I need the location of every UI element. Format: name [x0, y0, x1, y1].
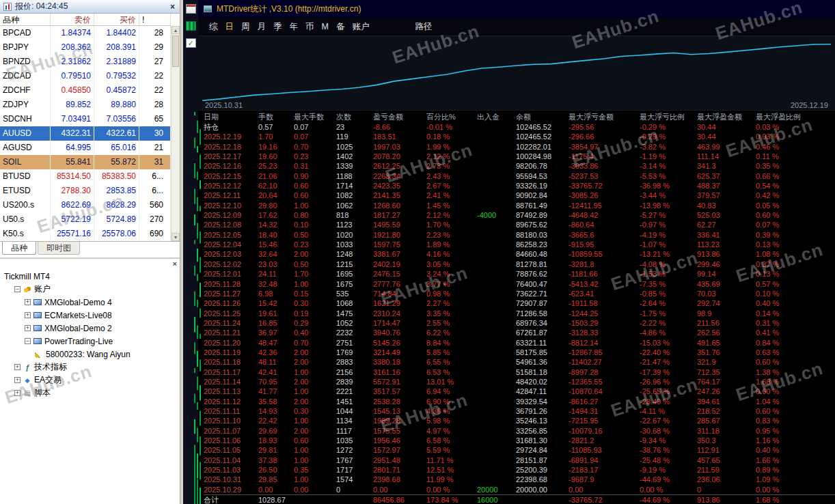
menu-item-zong[interactable]: 综 — [209, 21, 218, 33]
stats-row[interactable]: 2025.11.1114.930.3010441545.134.36 %3679… — [204, 406, 835, 416]
market-watch-row[interactable]: BPNZD2.318622.3188927 — [0, 55, 171, 69]
navigator-item[interactable]: −账户 — [0, 283, 180, 296]
stats-column-header[interactable]: 最大浮盈金额 — [697, 112, 756, 122]
stats-row[interactable]: 2025.11.1848.112.0028833380.186.55 %5496… — [204, 357, 835, 367]
expand-plus-icon[interactable]: + — [14, 364, 20, 370]
stats-column-header[interactable]: 日期 — [204, 112, 258, 122]
stats-row[interactable]: 2025.12.0415.460.2310331597.751.89 %8625… — [204, 240, 835, 249]
stats-column-header[interactable]: 百分比% — [426, 112, 477, 122]
market-watch-column-header[interactable]: ! — [139, 14, 171, 25]
market-watch-scrollbar[interactable]: ▲ ▼ — [171, 26, 180, 241]
stats-row[interactable]: 合计1028.6786456.86173.84 %16000-33765.72-… — [204, 494, 835, 504]
scrollbar-thumb[interactable] — [172, 36, 179, 67]
chart-icon[interactable] — [186, 21, 196, 31]
stats-row[interactable]: 2025.11.1235.582.0014512538.286.90 %3932… — [204, 397, 835, 406]
market-watch-column-header[interactable]: 品种 — [0, 14, 51, 25]
navigator-item[interactable]: +XMGlobal-Demo 4 — [0, 296, 180, 309]
stats-column-header[interactable]: 出入金 — [477, 112, 516, 122]
market-watch-row[interactable]: BTUSD85314.5085383.506... — [0, 169, 171, 184]
stats-row[interactable]: 2025.11.2048.470.7027515145.268.84 %6332… — [204, 338, 835, 348]
market-watch-row[interactable]: BPCAD1.843741.8440228 — [0, 26, 171, 40]
menu-item-ri[interactable]: 日 — [225, 21, 234, 33]
tab-symbols[interactable]: 品种 — [2, 242, 36, 255]
market-watch-row[interactable]: ZDJPY89.85289.88028 — [0, 98, 171, 112]
market-watch-row[interactable]: ZDCAD0.795100.7953222 — [0, 69, 171, 83]
stats-row[interactable]: 2025.11.1942.362.0017693214.495.85 %5817… — [204, 348, 835, 357]
stats-row[interactable]: 2025.11.0326.500.3517172801.7112.51 %252… — [204, 465, 835, 475]
menu-item-nian[interactable]: 年 — [290, 21, 299, 33]
stats-row[interactable]: 2025.11.2519.610.1914752310.243.35 %7128… — [204, 309, 835, 318]
stats-row[interactable]: 2025.11.0529.811.0012721572.975.59 %2972… — [204, 445, 835, 455]
stats-column-header[interactable]: 最大浮亏比例 — [640, 112, 697, 122]
expand-minus-icon[interactable]: − — [25, 338, 31, 344]
market-watch-row[interactable]: SDCNH7.034917.0355665 — [0, 112, 171, 126]
menu-item-lujing[interactable]: 路径 — [415, 21, 432, 33]
stats-row[interactable]: 2025.12.1521.060.9011882268.342.43 %9559… — [204, 171, 835, 181]
navigator-item[interactable]: +ECMarkets-Live08 — [0, 309, 180, 322]
navigator-item[interactable]: Tickmill MT4 — [0, 270, 180, 283]
expand-plus-icon[interactable]: + — [14, 390, 20, 396]
stats-column-header[interactable]: 手数 — [258, 112, 294, 122]
market-watch-row[interactable]: K50.s25571.1625578.06690 — [0, 227, 171, 241]
stats-row[interactable]: 2025.12.1120.640.6010822141.352.41 %9090… — [204, 191, 835, 200]
stats-row[interactable]: 2025.12.1719.600.2314022078.202.12 %1002… — [204, 152, 835, 161]
navigator-item[interactable]: +ƒ技术指标 — [0, 361, 180, 374]
stats-row[interactable]: 2025.12.0814.320.1011231495.591.70 %8967… — [204, 220, 835, 229]
menu-item-m[interactable]: M — [322, 22, 329, 31]
stats-row[interactable]: 2025.11.1341.771.0022213517.576.94 %4284… — [204, 387, 835, 396]
market-watch-column-header[interactable]: 卖价 — [51, 14, 94, 25]
menu-item-bei[interactable]: 备 — [336, 21, 345, 33]
stats-row[interactable]: 2025.11.1470.952.0028395572.9113.01 %484… — [204, 377, 835, 387]
market-watch-row[interactable]: ETUSD2788.302853.856... — [0, 184, 171, 198]
stats-row[interactable]: 2025.11.1022.421.0011341989.285.98 %3524… — [204, 416, 835, 425]
market-watch-row[interactable]: US200.s8622.698628.29560 — [0, 198, 171, 212]
stats-row[interactable]: 2025.12.1625.230.3113392612.252.73 %9820… — [204, 161, 835, 171]
expand-plus-icon[interactable]: + — [25, 312, 31, 318]
stats-row[interactable]: 2025.12.1262.100.6017142423.352.67 %9332… — [204, 181, 835, 191]
stats-row[interactable]: 2025.12.0917.620.808181817.272.12 %-4000… — [204, 210, 835, 220]
stats-row[interactable]: 2025.12.0332.642.0012483381.674.16 %8466… — [204, 249, 835, 259]
menu-item-zhanghu[interactable]: 账户 — [352, 21, 369, 33]
stats-row[interactable]: 2025.11.2832.481.0016752777.763.77 %7640… — [204, 279, 835, 289]
stats-column-header[interactable]: 最大手数 — [294, 112, 336, 122]
navigator-item[interactable]: −PowerTrading-Live — [0, 335, 180, 348]
menu-item-bi[interactable]: 币 — [305, 21, 314, 33]
navigator-item[interactable]: +▤脚本 — [0, 387, 180, 400]
stats-column-header[interactable]: 最大浮盈比例 — [756, 112, 835, 122]
stats-column-header[interactable]: 余额 — [516, 112, 569, 122]
checkbox-icon[interactable]: ✓ — [186, 38, 196, 48]
stats-row[interactable]: 2025.11.0437.381.0017672951.4811.71 %281… — [204, 456, 835, 465]
stats-row[interactable]: 2025.12.0223.030.5012152402.193.05 %8127… — [204, 260, 835, 269]
menu-item-yue[interactable]: 月 — [258, 21, 266, 33]
market-watch-close-button[interactable]: × — [169, 2, 176, 12]
stats-row[interactable]: 持仓0.570.0723-8.66-0.01 %102465.52-295.56… — [204, 122, 835, 132]
stats-column-header[interactable]: 次数 — [336, 112, 373, 122]
tab-tick-chart[interactable]: 即时图 — [38, 242, 80, 255]
menu-item-ji[interactable]: 季 — [273, 21, 282, 33]
market-watch-row[interactable]: U50.s5722.195724.89270 — [0, 212, 171, 227]
stats-row[interactable]: 2025.11.2615.420.3010681621.292.27 %7290… — [204, 298, 835, 308]
stats-row[interactable]: 2025.11.0729.692.0011171575.554.97 %3325… — [204, 426, 835, 436]
stats-row[interactable]: 2025.10.3129.851.0015742398.6811.99 %223… — [204, 475, 835, 484]
menu-item-zhou[interactable]: 周 — [241, 21, 250, 33]
market-watch-row[interactable]: ZDCHF0.458500.4587222 — [0, 83, 171, 98]
navigator-item[interactable]: +◆EA交易 — [0, 374, 180, 387]
expand-plus-icon[interactable]: + — [25, 325, 31, 331]
stats-row[interactable]: 2025.11.1742.411.0021563161.166.53 %5158… — [204, 367, 835, 377]
expand-plus-icon[interactable]: + — [14, 377, 20, 383]
news-icon[interactable] — [186, 4, 196, 14]
market-watch-row[interactable]: AGUSD64.99565.01621 — [0, 141, 171, 155]
market-watch-row[interactable]: BPJPY208.362208.39129 — [0, 40, 171, 55]
scroll-down-icon[interactable]: ▼ — [172, 233, 180, 241]
expand-minus-icon[interactable]: − — [14, 286, 20, 292]
stats-row[interactable]: 2025.12.0518.400.5010201921.802.23 %8818… — [204, 230, 835, 240]
navigator-close-button[interactable]: × — [173, 260, 177, 268]
stats-row[interactable]: 2025.11.276.980.15535714.840.98 %73622.7… — [204, 289, 835, 298]
expand-plus-icon[interactable]: + — [25, 299, 31, 305]
stats-row[interactable]: 2025.12.1029.801.0010621268.601.45 %8876… — [204, 201, 835, 210]
stats-row[interactable]: 2025.11.2136.970.4022323940.766.22 %6726… — [204, 328, 835, 337]
stats-row[interactable]: 2025.12.1819.160.7010251997.031.99 %1022… — [204, 142, 835, 152]
market-watch-column-header[interactable]: 买价 — [94, 14, 139, 25]
stats-row[interactable]: 2025.12.191.700.07119183.510.18 %102465.… — [204, 132, 835, 141]
stats-row[interactable]: 2025.12.0124.111.7016952476.153.24 %7887… — [204, 269, 835, 279]
